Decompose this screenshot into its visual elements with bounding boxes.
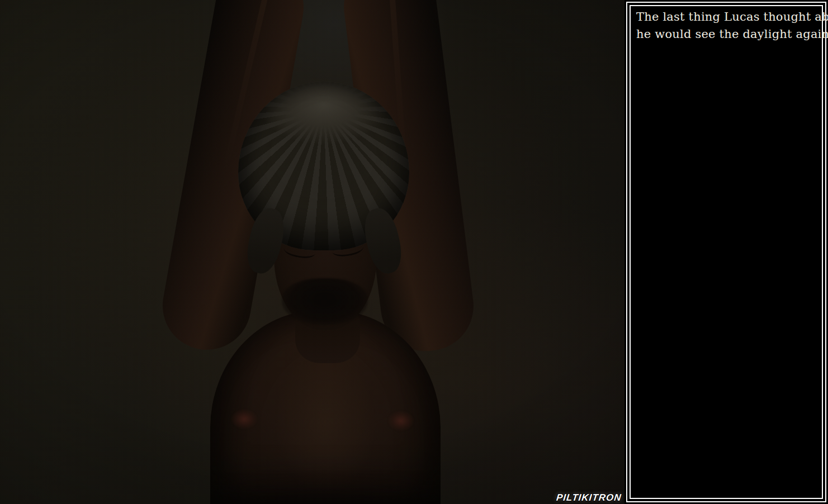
artwork-scene: PILTIKITRON [0, 0, 624, 504]
caption-frame-outer: The last thing Lucas thought about was h… [626, 2, 826, 502]
comic-page: PILTIKITRON The last thing Lucas thought… [0, 0, 828, 504]
figure-nipple-left [231, 409, 257, 429]
caption-text: The last thing Lucas thought about was h… [636, 8, 818, 43]
caption-line-1: The last thing Lucas thought about was [636, 8, 818, 26]
figure-nipple-right [388, 411, 414, 431]
artist-watermark: PILTIKITRON [555, 492, 622, 503]
figure-mouth-shadow [282, 278, 368, 325]
caption-panel: The last thing Lucas thought about was h… [624, 0, 828, 504]
caption-frame-inner: The last thing Lucas thought about was h… [630, 5, 823, 499]
caption-line-2: he would see the daylight again... [636, 26, 818, 43]
